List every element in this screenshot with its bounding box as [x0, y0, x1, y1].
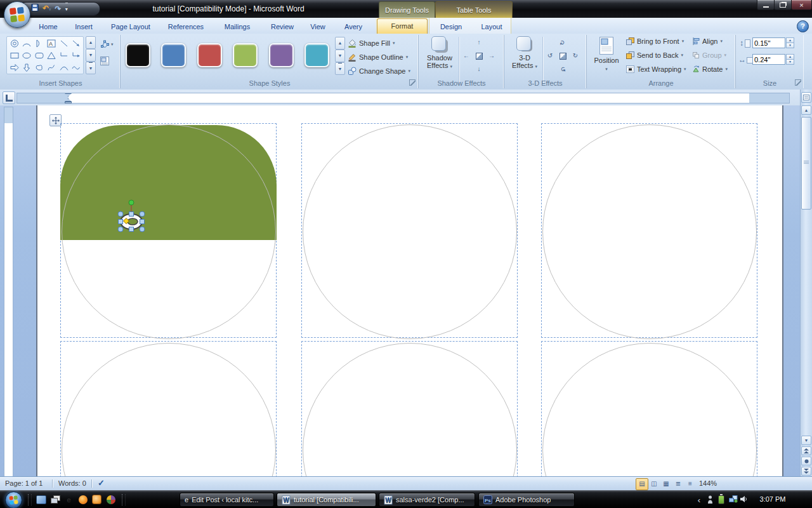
shape-style-swatch-purple[interactable]	[269, 43, 294, 67]
save-icon[interactable]	[31, 3, 39, 15]
firefox-icon[interactable]	[77, 494, 88, 505]
handle-bottom-right[interactable]	[140, 227, 145, 232]
horizontal-ruler[interactable]	[16, 93, 790, 104]
handle-bottom[interactable]	[129, 227, 134, 232]
nudge-shadow-left-button[interactable]: ←	[461, 50, 472, 62]
shape-donut-icon[interactable]	[8, 37, 21, 50]
scrollbar-thumb[interactable]	[801, 117, 811, 210]
left-indent-marker[interactable]	[65, 102, 72, 104]
group-button[interactable]: Group▾	[692, 51, 726, 59]
redo-icon[interactable]: ↷	[55, 3, 62, 15]
help-button[interactable]: ?	[797, 20, 809, 32]
shape-styles-dialog-launcher[interactable]	[409, 79, 416, 86]
nudge-shadow-down-button[interactable]: ↓	[473, 64, 485, 75]
shape-freeform-icon[interactable]	[33, 62, 46, 74]
tab-insert[interactable]: Insert	[69, 20, 99, 34]
tray-volume-icon[interactable]	[740, 495, 749, 503]
show-desktop-icon[interactable]	[36, 494, 46, 505]
shape-elbow-arrow-connector-icon[interactable]	[70, 50, 83, 62]
previous-page-button[interactable]	[801, 446, 811, 455]
shape-down-arrow-icon[interactable]	[21, 62, 34, 74]
toggle-shadow-button[interactable]	[473, 50, 485, 62]
shape-width-input[interactable]	[752, 54, 785, 65]
tray-network-icon[interactable]	[728, 495, 738, 503]
shape-rounded-rectangle-icon[interactable]	[33, 50, 46, 62]
tab-avery[interactable]: Avery	[335, 20, 372, 34]
draw-text-box-button[interactable]	[98, 54, 112, 68]
shape-style-swatch-black[interactable]	[126, 43, 150, 67]
handle-top[interactable]	[129, 212, 134, 217]
shape-outline-button[interactable]: Shape Outline▾	[348, 53, 408, 62]
taskbar-button-salsa-verde2[interactable]: W salsa-verde2 [Comp...	[379, 493, 475, 507]
shape-chord-icon[interactable]	[33, 37, 46, 50]
shape-right-arrow-icon[interactable]	[8, 62, 21, 74]
office-button[interactable]	[4, 1, 30, 28]
shape-scribble-icon[interactable]	[46, 62, 58, 74]
handle-left[interactable]	[119, 220, 123, 224]
next-page-button[interactable]	[801, 467, 811, 476]
tab-layout[interactable]: Layout	[472, 20, 511, 34]
word-count[interactable]: Words: 0	[58, 479, 86, 487]
shadow-effects-button[interactable]: Shadow Effects ▾	[424, 36, 455, 70]
document-area[interactable]	[0, 105, 800, 476]
shape-style-swatch-green[interactable]	[233, 43, 258, 67]
align-button[interactable]: Align▾	[692, 37, 723, 45]
nudge-shadow-right-button[interactable]: →	[486, 50, 497, 62]
shape-gallery-more[interactable]: ▼	[86, 62, 96, 74]
edit-shape-button[interactable]: ▾	[98, 37, 115, 51]
shape-style-swatch-teal[interactable]	[304, 43, 329, 67]
shape-height-input[interactable]	[752, 37, 785, 48]
toggle-3d-button[interactable]	[557, 50, 568, 62]
view-web-layout-button[interactable]: ▦	[660, 478, 672, 490]
taskbar-button-photoshop[interactable]: Ps Adobe Photoshop	[478, 493, 575, 507]
shape-triangle-icon[interactable]	[46, 50, 58, 62]
send-to-back-button[interactable]: Send to Back▾	[626, 51, 683, 59]
view-outline-button[interactable]: ≣	[672, 478, 684, 490]
select-browse-object-button[interactable]	[801, 457, 811, 465]
picasa-icon[interactable]	[105, 494, 116, 505]
size-dialog-launcher[interactable]	[795, 79, 801, 86]
nudge-shadow-up-button[interactable]: ↑	[473, 37, 485, 48]
shape-line-icon[interactable]	[58, 37, 70, 50]
tab-design[interactable]: Design	[433, 20, 469, 34]
close-button[interactable]: ×	[791, 0, 812, 10]
page-indicator[interactable]: Page: 1 of 1	[5, 479, 43, 487]
tray-status-icon[interactable]	[705, 495, 714, 504]
undo-icon[interactable]: ↶▾	[43, 3, 51, 15]
zoom-level[interactable]: 144%	[699, 479, 717, 487]
shape-style-swatch-blue[interactable]	[161, 43, 186, 67]
tab-references[interactable]: References	[160, 20, 212, 34]
tab-page-layout[interactable]: Page Layout	[104, 20, 157, 34]
handle-top-right[interactable]	[140, 211, 145, 217]
shape-style-swatch-red[interactable]	[197, 43, 222, 67]
internet-explorer-icon[interactable]: e	[63, 494, 74, 505]
shape-elbow-connector-icon[interactable]	[58, 50, 70, 62]
tab-format[interactable]: Format	[377, 18, 428, 34]
bring-to-front-button[interactable]: Bring to Front▾	[626, 37, 684, 45]
start-button[interactable]	[5, 491, 22, 508]
shape-oval-icon[interactable]	[21, 50, 34, 62]
view-full-screen-reading-button[interactable]: ◫	[648, 478, 660, 490]
tab-home[interactable]: Home	[33, 20, 63, 34]
restore-button[interactable]	[774, 0, 792, 10]
tilt-up-button[interactable]: ↻	[557, 37, 568, 48]
height-spin-down[interactable]: ▼	[786, 43, 794, 48]
3d-effects-button[interactable]: 3-D Effects ▾	[509, 36, 540, 70]
tilt-right-button[interactable]: ↻	[570, 50, 581, 62]
shape-text-box-icon[interactable]: A	[46, 37, 58, 50]
text-wrapping-button[interactable]: Text Wrapping▾	[626, 65, 686, 73]
quick-launch-orange-app-icon[interactable]	[91, 494, 102, 505]
undo-dropdown-icon[interactable]: ▾	[49, 7, 51, 11]
view-print-layout-button[interactable]: ▤	[636, 478, 648, 490]
shape-fill-button[interactable]: Shape Fill▾	[348, 39, 395, 48]
shape-rectangle-icon[interactable]	[8, 50, 21, 62]
change-shape-button[interactable]: Change Shape▾	[348, 67, 410, 76]
shape-double-wave-icon[interactable]	[70, 62, 83, 74]
width-spin-down[interactable]: ▼	[786, 59, 794, 65]
rotate-button[interactable]: Rotate▾	[692, 65, 728, 73]
donut-hole[interactable]	[128, 218, 138, 225]
tray-battery-icon[interactable]	[717, 495, 726, 504]
taskbar-clock[interactable]: 3:07 PM	[755, 495, 790, 503]
shape-styles-scroll-up[interactable]: ▲	[335, 37, 345, 50]
tab-view[interactable]: View	[303, 20, 332, 34]
